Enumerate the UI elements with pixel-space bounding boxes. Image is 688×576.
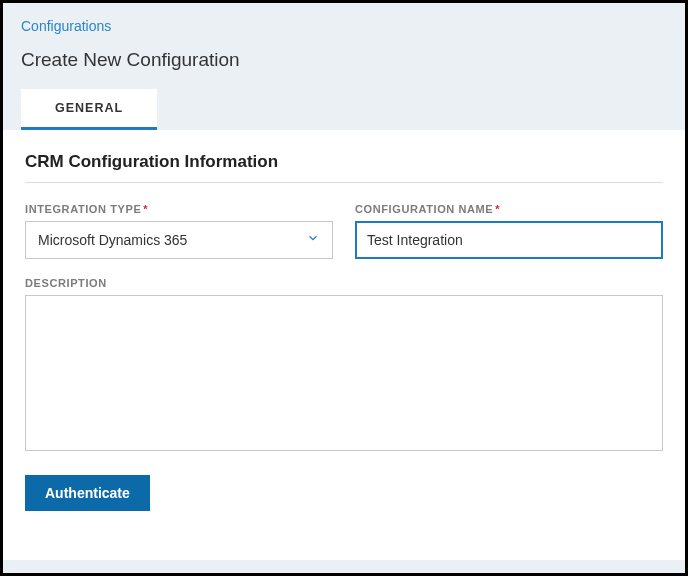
form-row-1: INTEGRATION TYPE* Microsoft Dynamics 365… [25, 203, 663, 259]
label-description: DESCRIPTION [25, 277, 663, 289]
header-area: Configurations Create New Configuration [3, 3, 685, 71]
page-title: Create New Configuration [21, 49, 667, 71]
label-integration-type: INTEGRATION TYPE* [25, 203, 333, 215]
field-integration-type: INTEGRATION TYPE* Microsoft Dynamics 365 [25, 203, 333, 259]
tab-general[interactable]: GENERAL [21, 89, 157, 130]
label-integration-type-text: INTEGRATION TYPE [25, 203, 141, 215]
integration-type-value: Microsoft Dynamics 365 [38, 232, 187, 248]
label-configuration-name: CONFIGURATION NAME* [355, 203, 663, 215]
breadcrumb-configurations[interactable]: Configurations [21, 18, 111, 34]
window-frame: Configurations Create New Configuration … [0, 0, 688, 576]
configuration-name-input[interactable] [355, 221, 663, 259]
label-configuration-name-text: CONFIGURATION NAME [355, 203, 493, 215]
integration-type-select[interactable]: Microsoft Dynamics 365 [25, 221, 333, 259]
authenticate-button[interactable]: Authenticate [25, 475, 150, 511]
field-description: DESCRIPTION [25, 277, 663, 455]
section-title: CRM Configuration Information [25, 152, 663, 183]
required-marker: * [143, 203, 148, 215]
required-marker: * [495, 203, 500, 215]
general-panel: CRM Configuration Information INTEGRATIO… [3, 130, 685, 560]
description-textarea[interactable] [25, 295, 663, 451]
field-configuration-name: CONFIGURATION NAME* [355, 203, 663, 259]
tab-bar: GENERAL [3, 89, 685, 130]
chevron-down-icon [306, 231, 320, 249]
